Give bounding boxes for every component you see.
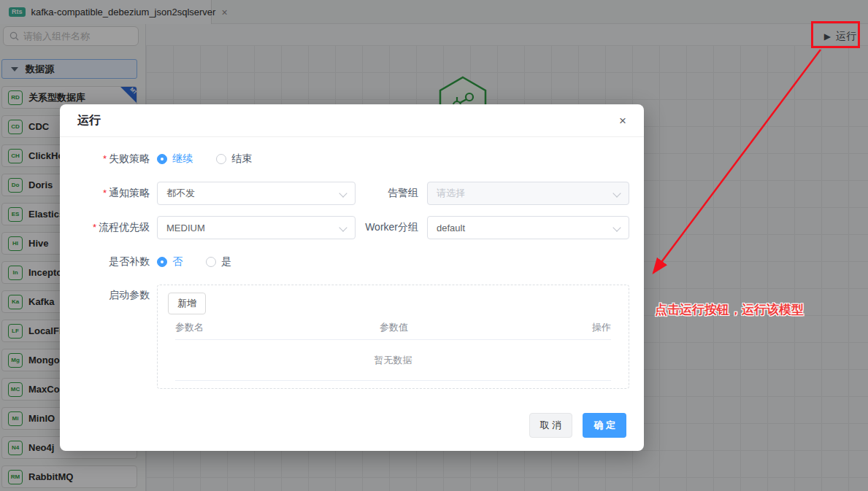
radio-selected-icon xyxy=(157,154,167,164)
priority-row: 流程优先级 MEDIUM Worker分组 default xyxy=(74,216,629,239)
dialog-title: 运行 xyxy=(77,113,101,128)
radio-end[interactable]: 结束 xyxy=(216,152,252,166)
priority-label: 流程优先级 xyxy=(74,221,157,234)
worker-group-value: default xyxy=(437,223,465,233)
notify-strategy-value: 都不发 xyxy=(166,187,195,200)
param-table-header: 参数名 参数值 操作 xyxy=(168,321,618,334)
failure-strategy-row: 失败策略 继续 结束 xyxy=(74,147,629,171)
radio-selected-icon xyxy=(157,257,167,267)
dialog-footer: 取 消 确 定 xyxy=(529,413,626,438)
alert-group-select[interactable]: 请选择 xyxy=(427,182,629,205)
worker-group-label: Worker分组 xyxy=(356,221,427,234)
confirm-button[interactable]: 确 定 xyxy=(583,413,626,438)
priority-select[interactable]: MEDIUM xyxy=(157,216,356,239)
param-name-column: 参数名 xyxy=(175,321,380,334)
radio-unselected-icon xyxy=(216,154,226,164)
empty-state-text: 暂无数据 xyxy=(175,340,611,380)
radio-continue[interactable]: 继续 xyxy=(157,152,193,166)
notify-strategy-label: 通知策略 xyxy=(74,187,157,200)
alert-group-label: 告警组 xyxy=(356,187,427,200)
close-icon[interactable]: × xyxy=(619,115,626,127)
param-value-column: 参数值 xyxy=(380,321,582,334)
startup-params-panel: 新增 参数名 参数值 操作 暂无数据 xyxy=(157,285,629,389)
param-action-column: 操作 xyxy=(582,321,611,334)
run-dialog-header: 运行 × xyxy=(60,104,644,137)
radio-backfill-no[interactable]: 否 xyxy=(157,255,183,268)
alert-group-placeholder: 请选择 xyxy=(437,187,465,200)
add-param-button[interactable]: 新增 xyxy=(168,293,206,314)
cancel-button[interactable]: 取 消 xyxy=(529,413,573,438)
startup-params-row: 启动参数 新增 参数名 参数值 操作 暂无数据 xyxy=(74,285,629,389)
notify-strategy-select[interactable]: 都不发 xyxy=(157,182,356,205)
app-root: Rts kafka-compatible_debezium_json2sqlse… xyxy=(0,0,868,491)
notify-strategy-row: 通知策略 都不发 告警组 请选择 xyxy=(74,182,629,205)
backfill-row: 是否补数 否 是 xyxy=(74,250,629,274)
failure-strategy-label: 失败策略 xyxy=(74,152,157,166)
radio-unselected-icon xyxy=(206,257,216,267)
priority-value: MEDIUM xyxy=(166,223,205,233)
backfill-label: 是否补数 xyxy=(74,255,157,268)
annotation-text: 点击运行按钮，运行该模型 xyxy=(655,301,804,318)
startup-params-label: 启动参数 xyxy=(74,285,157,302)
worker-group-select[interactable]: default xyxy=(427,216,629,239)
run-button-highlight-box xyxy=(811,21,860,48)
run-dialog: 运行 × 失败策略 继续 结束 通知策略 都不发 告警组 xyxy=(60,104,644,451)
radio-backfill-yes[interactable]: 是 xyxy=(206,255,231,268)
param-table-body: 暂无数据 xyxy=(175,339,611,381)
